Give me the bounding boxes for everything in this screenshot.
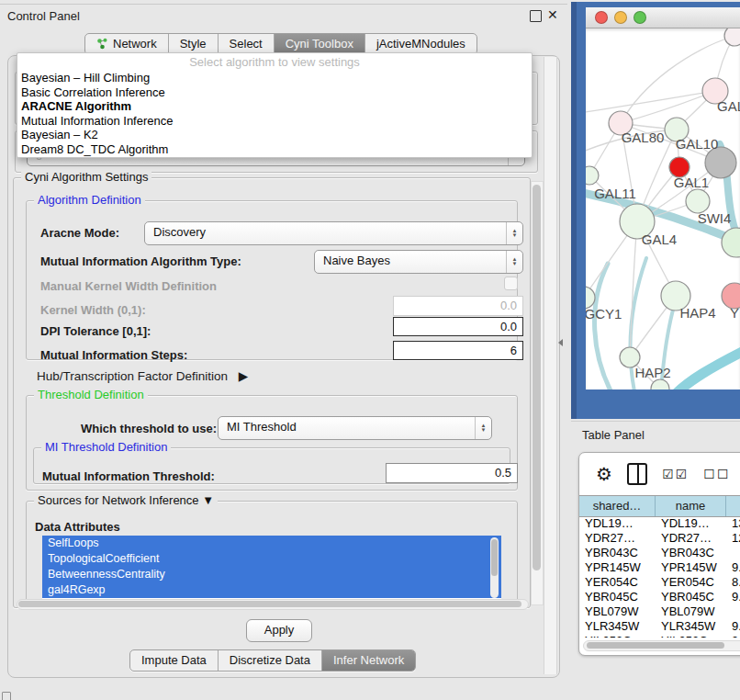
mac-minimize-icon[interactable] (614, 11, 627, 24)
dropdown-item[interactable]: Bayesian – K2 (17, 128, 532, 142)
algorithm-dropdown: Select algorithm to view settings Bayesi… (17, 52, 533, 158)
network-window-titlebar[interactable] (586, 7, 740, 28)
attribute-item-selected[interactable]: TopologicalCoefficient (42, 551, 501, 567)
table-row[interactable]: YER054CYER054C8. (579, 575, 740, 590)
table-window: ⚙ ☑☑ ☐☐ shared…nameA YDL19…YDL19…13YDR27… (578, 452, 740, 656)
tab-jactivemnodules[interactable]: jActiveMNodules (365, 34, 477, 54)
mi-steps-label: Mutual Information Steps: (40, 348, 187, 362)
gear-icon[interactable]: ⚙ (596, 465, 612, 483)
attribute-item-selected[interactable]: SelfLoops (42, 536, 501, 551)
apply-button[interactable]: Apply (246, 619, 312, 642)
table-cell: YER054C (579, 575, 656, 590)
expand-right-icon[interactable]: ▶ (239, 369, 248, 383)
node-label: Y (730, 305, 739, 321)
table-cell: YBR043C (656, 546, 726, 560)
network-node[interactable] (724, 28, 740, 46)
aracne-mode-label: Aracne Mode: (40, 226, 119, 240)
table-cell: YIL052C (656, 634, 726, 638)
hub-definition-toggle[interactable]: Hub/Transcription Factor Definition ▶ (37, 368, 248, 383)
tab-impute-data[interactable]: Impute Data (130, 650, 219, 671)
table-horizontal-thumb[interactable] (587, 642, 724, 649)
table-cell: 9. (726, 560, 740, 575)
tab-cyni-toolbox[interactable]: Cyni Toolbox (275, 34, 365, 54)
settings-horizontal-thumb[interactable] (18, 601, 521, 607)
aracne-mode-value: Discovery (153, 225, 206, 239)
dropdown-item[interactable]: Dream8 DC_TDC Algorithm (17, 142, 532, 157)
network-node[interactable] (705, 147, 736, 178)
corner-grip-icon[interactable] (2, 692, 11, 700)
table-cell (726, 546, 740, 560)
close-icon[interactable]: ✕ (547, 7, 558, 22)
attribute-item-selected[interactable]: BetweennessCentrality (42, 567, 501, 582)
sources-title[interactable]: Sources for Network Inference ▼ (34, 493, 218, 507)
dropdown-item[interactable]: Basic Correlation Inference (17, 85, 532, 100)
attributes-scrollbar-thumb[interactable] (491, 539, 498, 576)
node-label: GCY1 (586, 306, 622, 322)
network-canvas[interactable]: GALGAL80GAL10GAL1GAL11GAL4SWI4GCY1HAP4YH… (586, 28, 740, 390)
network-edge[interactable] (672, 348, 740, 390)
table-row[interactable]: YDL19…YDL19…13 (579, 516, 740, 531)
table-cell: YPR145W (579, 560, 656, 575)
splitter-collapse-icon[interactable] (558, 339, 563, 346)
table-row[interactable]: YIL052CYIL052C9 (579, 634, 740, 638)
which-threshold-combo[interactable]: MI Threshold ▲▼ (218, 416, 492, 440)
column-header[interactable]: A (726, 496, 740, 516)
table-row[interactable]: YBR045CYBR045C9. (579, 590, 740, 604)
table-row[interactable]: YDR27…YDR27…12 (579, 531, 740, 546)
table-row[interactable]: YBL079WYBL079W (579, 604, 740, 619)
table-cell: YLR345W (579, 619, 656, 634)
table-cell: YBR045C (579, 590, 656, 604)
kernel-width-field[interactable]: 0.0 (393, 296, 523, 316)
split-columns-icon[interactable] (627, 463, 647, 485)
dropdown-item[interactable]: Mutual Information Inference (17, 114, 532, 129)
node-label: GAL11 (594, 186, 636, 201)
which-threshold-label: Which threshold to use: (81, 422, 217, 435)
tab-network[interactable]: Network (85, 34, 169, 54)
table-toolbar: ⚙ ☑☑ ☐☐ (579, 453, 740, 495)
network-node-gal11[interactable] (586, 166, 599, 185)
tab-style[interactable]: Style (169, 34, 219, 54)
table-row[interactable]: YBR043CYBR043C (579, 546, 740, 560)
aracne-mode-combo[interactable]: Discovery ▲▼ (144, 221, 523, 245)
node-label: GAL80 (622, 130, 665, 145)
tab-select[interactable]: Select (219, 34, 275, 54)
table-cell (726, 604, 740, 619)
float-window-icon[interactable] (530, 10, 542, 22)
column-header[interactable]: shared… (579, 496, 656, 516)
data-attributes-list[interactable]: SelfLoopsTopologicalCoefficientBetweenne… (42, 536, 501, 600)
network-graph[interactable]: GALGAL80GAL10GAL1GAL11GAL4SWI4GCY1HAP4YH… (586, 28, 740, 390)
table-row[interactable]: YPR145WYPR145W9. (579, 560, 740, 575)
tab-label: Impute Data (141, 653, 207, 667)
collapse-down-icon[interactable]: ▼ (202, 493, 214, 507)
network-edge[interactable] (621, 91, 715, 123)
table-cell: 9. (726, 590, 740, 604)
mi-threshold-field[interactable]: 0.5 (386, 463, 518, 483)
tab-discretize-data[interactable]: Discretize Data (219, 650, 322, 671)
node-label: GAL1 (674, 175, 709, 190)
settings-scrollbar-thumb[interactable] (533, 185, 541, 570)
mac-close-icon[interactable] (595, 11, 608, 24)
table-row[interactable]: YLR345WYLR345W9. (579, 619, 740, 634)
tab-infer-network[interactable]: Infer Network (322, 650, 415, 671)
column-header[interactable]: name (656, 496, 726, 516)
dpi-tolerance-field[interactable]: 0.0 (393, 317, 523, 336)
deselect-all-checkboxes-icon[interactable]: ☐☐ (703, 467, 730, 481)
dropdown-item[interactable]: ARACNE Algorithm (17, 99, 532, 114)
network-node[interactable] (651, 379, 669, 390)
dropdown-item[interactable]: Bayesian – Hill Climbing (17, 71, 532, 85)
hub-definition-label: Hub/Transcription Factor Definition (37, 369, 228, 383)
data-attributes-label: Data Attributes (35, 520, 120, 534)
control-panel-vertical-scrollbar[interactable] (544, 57, 557, 674)
manual-kernel-checkbox[interactable] (504, 277, 518, 290)
mi-type-combo[interactable]: Naive Bayes ▲▼ (314, 250, 523, 274)
node-label: SWI4 (698, 210, 732, 226)
table-cell: YIL052C (579, 634, 656, 638)
table-cell: YDR27… (579, 531, 656, 546)
mi-steps-field[interactable]: 6 (393, 341, 523, 360)
select-all-checkboxes-icon[interactable]: ☑☑ (662, 467, 689, 481)
mac-zoom-icon[interactable] (633, 11, 646, 24)
cyni-settings-title: Cyni Algorithm Settings (21, 170, 151, 184)
node-label: GAL (717, 98, 740, 114)
attribute-item-selected[interactable]: gal4RGexp (42, 582, 501, 598)
network-edge[interactable] (595, 264, 613, 390)
